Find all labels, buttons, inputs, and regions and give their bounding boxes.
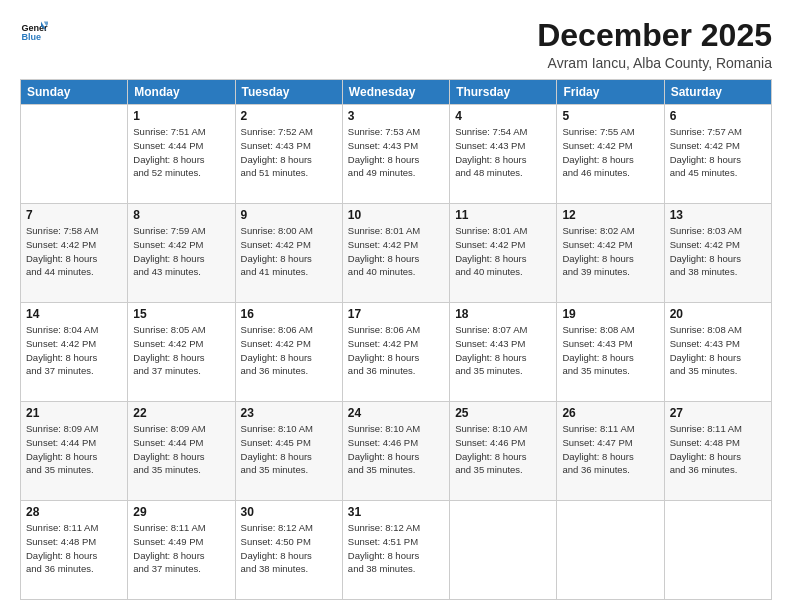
calendar-cell: 15Sunrise: 8:05 AM Sunset: 4:42 PM Dayli… (128, 303, 235, 402)
day-number: 22 (133, 406, 229, 420)
day-info: Sunrise: 8:06 AM Sunset: 4:42 PM Dayligh… (348, 323, 444, 378)
day-info: Sunrise: 8:11 AM Sunset: 4:47 PM Dayligh… (562, 422, 658, 477)
day-number: 21 (26, 406, 122, 420)
day-info: Sunrise: 8:01 AM Sunset: 4:42 PM Dayligh… (455, 224, 551, 279)
day-number: 14 (26, 307, 122, 321)
calendar-cell: 9Sunrise: 8:00 AM Sunset: 4:42 PM Daylig… (235, 204, 342, 303)
day-info: Sunrise: 8:08 AM Sunset: 4:43 PM Dayligh… (562, 323, 658, 378)
day-info: Sunrise: 8:12 AM Sunset: 4:51 PM Dayligh… (348, 521, 444, 576)
calendar-cell: 31Sunrise: 8:12 AM Sunset: 4:51 PM Dayli… (342, 501, 449, 600)
calendar-cell: 13Sunrise: 8:03 AM Sunset: 4:42 PM Dayli… (664, 204, 771, 303)
calendar-week-row: 7Sunrise: 7:58 AM Sunset: 4:42 PM Daylig… (21, 204, 772, 303)
calendar-cell: 21Sunrise: 8:09 AM Sunset: 4:44 PM Dayli… (21, 402, 128, 501)
weekday-header-sunday: Sunday (21, 80, 128, 105)
calendar-cell: 24Sunrise: 8:10 AM Sunset: 4:46 PM Dayli… (342, 402, 449, 501)
day-number: 1 (133, 109, 229, 123)
day-info: Sunrise: 8:11 AM Sunset: 4:49 PM Dayligh… (133, 521, 229, 576)
logo: General Blue (20, 18, 48, 46)
weekday-header-friday: Friday (557, 80, 664, 105)
calendar-cell: 29Sunrise: 8:11 AM Sunset: 4:49 PM Dayli… (128, 501, 235, 600)
svg-text:Blue: Blue (21, 32, 41, 42)
day-number: 19 (562, 307, 658, 321)
calendar-cell (557, 501, 664, 600)
day-info: Sunrise: 8:03 AM Sunset: 4:42 PM Dayligh… (670, 224, 766, 279)
day-number: 13 (670, 208, 766, 222)
weekday-header-row: SundayMondayTuesdayWednesdayThursdayFrid… (21, 80, 772, 105)
day-info: Sunrise: 8:04 AM Sunset: 4:42 PM Dayligh… (26, 323, 122, 378)
day-number: 15 (133, 307, 229, 321)
weekday-header-thursday: Thursday (450, 80, 557, 105)
page: General Blue December 2025 Avram Iancu, … (0, 0, 792, 612)
day-info: Sunrise: 7:58 AM Sunset: 4:42 PM Dayligh… (26, 224, 122, 279)
day-number: 16 (241, 307, 337, 321)
day-info: Sunrise: 8:01 AM Sunset: 4:42 PM Dayligh… (348, 224, 444, 279)
day-info: Sunrise: 7:59 AM Sunset: 4:42 PM Dayligh… (133, 224, 229, 279)
day-number: 24 (348, 406, 444, 420)
day-number: 5 (562, 109, 658, 123)
day-number: 18 (455, 307, 551, 321)
day-number: 4 (455, 109, 551, 123)
day-number: 6 (670, 109, 766, 123)
calendar-cell: 2Sunrise: 7:52 AM Sunset: 4:43 PM Daylig… (235, 105, 342, 204)
day-number: 10 (348, 208, 444, 222)
day-number: 29 (133, 505, 229, 519)
day-info: Sunrise: 8:11 AM Sunset: 4:48 PM Dayligh… (26, 521, 122, 576)
logo-icon: General Blue (20, 18, 48, 46)
calendar-cell: 3Sunrise: 7:53 AM Sunset: 4:43 PM Daylig… (342, 105, 449, 204)
day-number: 30 (241, 505, 337, 519)
calendar-cell: 18Sunrise: 8:07 AM Sunset: 4:43 PM Dayli… (450, 303, 557, 402)
calendar-cell (450, 501, 557, 600)
day-info: Sunrise: 7:54 AM Sunset: 4:43 PM Dayligh… (455, 125, 551, 180)
day-info: Sunrise: 8:09 AM Sunset: 4:44 PM Dayligh… (133, 422, 229, 477)
day-info: Sunrise: 8:10 AM Sunset: 4:46 PM Dayligh… (455, 422, 551, 477)
calendar-cell (664, 501, 771, 600)
calendar-week-row: 21Sunrise: 8:09 AM Sunset: 4:44 PM Dayli… (21, 402, 772, 501)
day-info: Sunrise: 8:06 AM Sunset: 4:42 PM Dayligh… (241, 323, 337, 378)
day-number: 8 (133, 208, 229, 222)
calendar-cell: 26Sunrise: 8:11 AM Sunset: 4:47 PM Dayli… (557, 402, 664, 501)
day-number: 26 (562, 406, 658, 420)
day-info: Sunrise: 7:52 AM Sunset: 4:43 PM Dayligh… (241, 125, 337, 180)
day-info: Sunrise: 8:10 AM Sunset: 4:45 PM Dayligh… (241, 422, 337, 477)
day-number: 31 (348, 505, 444, 519)
day-info: Sunrise: 8:02 AM Sunset: 4:42 PM Dayligh… (562, 224, 658, 279)
day-info: Sunrise: 7:55 AM Sunset: 4:42 PM Dayligh… (562, 125, 658, 180)
calendar-cell: 10Sunrise: 8:01 AM Sunset: 4:42 PM Dayli… (342, 204, 449, 303)
calendar-table: SundayMondayTuesdayWednesdayThursdayFrid… (20, 79, 772, 600)
calendar-cell: 19Sunrise: 8:08 AM Sunset: 4:43 PM Dayli… (557, 303, 664, 402)
calendar-cell: 11Sunrise: 8:01 AM Sunset: 4:42 PM Dayli… (450, 204, 557, 303)
calendar-cell: 23Sunrise: 8:10 AM Sunset: 4:45 PM Dayli… (235, 402, 342, 501)
day-info: Sunrise: 7:51 AM Sunset: 4:44 PM Dayligh… (133, 125, 229, 180)
day-number: 25 (455, 406, 551, 420)
calendar-cell: 20Sunrise: 8:08 AM Sunset: 4:43 PM Dayli… (664, 303, 771, 402)
calendar-week-row: 14Sunrise: 8:04 AM Sunset: 4:42 PM Dayli… (21, 303, 772, 402)
day-number: 7 (26, 208, 122, 222)
calendar-cell (21, 105, 128, 204)
header: General Blue December 2025 Avram Iancu, … (20, 18, 772, 71)
day-number: 2 (241, 109, 337, 123)
day-number: 23 (241, 406, 337, 420)
day-info: Sunrise: 8:09 AM Sunset: 4:44 PM Dayligh… (26, 422, 122, 477)
calendar-cell: 6Sunrise: 7:57 AM Sunset: 4:42 PM Daylig… (664, 105, 771, 204)
day-info: Sunrise: 8:05 AM Sunset: 4:42 PM Dayligh… (133, 323, 229, 378)
calendar-cell: 4Sunrise: 7:54 AM Sunset: 4:43 PM Daylig… (450, 105, 557, 204)
calendar-cell: 8Sunrise: 7:59 AM Sunset: 4:42 PM Daylig… (128, 204, 235, 303)
day-number: 12 (562, 208, 658, 222)
day-info: Sunrise: 8:00 AM Sunset: 4:42 PM Dayligh… (241, 224, 337, 279)
calendar-cell: 25Sunrise: 8:10 AM Sunset: 4:46 PM Dayli… (450, 402, 557, 501)
day-info: Sunrise: 7:53 AM Sunset: 4:43 PM Dayligh… (348, 125, 444, 180)
calendar-cell: 1Sunrise: 7:51 AM Sunset: 4:44 PM Daylig… (128, 105, 235, 204)
location-subtitle: Avram Iancu, Alba County, Romania (537, 55, 772, 71)
day-number: 28 (26, 505, 122, 519)
day-info: Sunrise: 7:57 AM Sunset: 4:42 PM Dayligh… (670, 125, 766, 180)
day-number: 11 (455, 208, 551, 222)
day-number: 27 (670, 406, 766, 420)
day-info: Sunrise: 8:10 AM Sunset: 4:46 PM Dayligh… (348, 422, 444, 477)
calendar-cell: 7Sunrise: 7:58 AM Sunset: 4:42 PM Daylig… (21, 204, 128, 303)
calendar-cell: 17Sunrise: 8:06 AM Sunset: 4:42 PM Dayli… (342, 303, 449, 402)
title-block: December 2025 Avram Iancu, Alba County, … (537, 18, 772, 71)
weekday-header-tuesday: Tuesday (235, 80, 342, 105)
calendar-cell: 22Sunrise: 8:09 AM Sunset: 4:44 PM Dayli… (128, 402, 235, 501)
calendar-cell: 30Sunrise: 8:12 AM Sunset: 4:50 PM Dayli… (235, 501, 342, 600)
calendar-cell: 12Sunrise: 8:02 AM Sunset: 4:42 PM Dayli… (557, 204, 664, 303)
